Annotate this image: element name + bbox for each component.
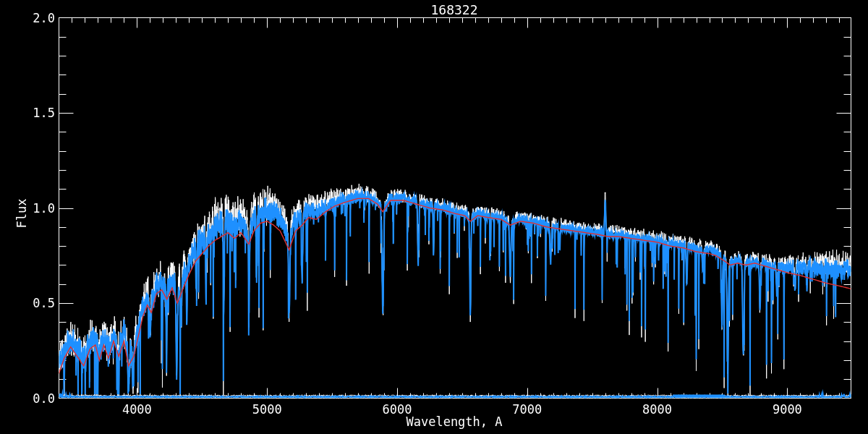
y-axis-tick-label: 1.5 [14,106,55,120]
x-axis-tick-label: 7000 [501,402,553,417]
x-axis-tick-label: 4000 [111,402,163,417]
x-axis-tick-label: 6000 [371,402,423,417]
y-axis-tick-label: 1.0 [14,201,55,216]
x-axis-tick-label: 9000 [761,402,813,417]
x-axis-label: Wavelength, A [165,414,744,429]
y-axis-tick-label: 2.0 [14,11,55,25]
x-axis-tick-label: 5000 [241,402,293,417]
plot-title: 168322 [165,2,744,17]
spectrum-figure: 168322 Wavelength, A Flux 40005000600070… [0,0,868,434]
spectrum-canvas [0,0,868,434]
y-axis-tick-label: 0.5 [14,296,55,310]
x-axis-tick-label: 8000 [631,402,684,417]
y-axis-tick-label: 0.0 [14,391,55,406]
